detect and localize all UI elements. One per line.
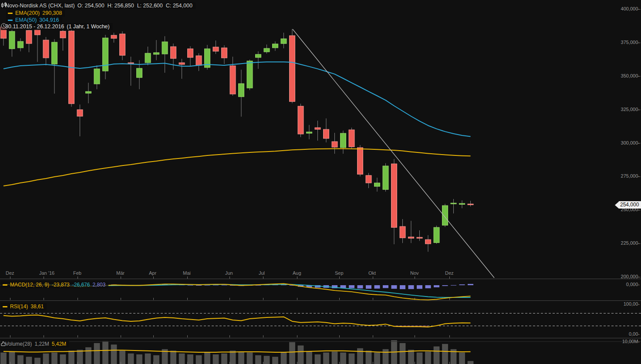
price-axis-label: 275,000- [621, 173, 640, 179]
price-axis-label: 375,000- [621, 40, 640, 45]
x-axis-label: Okt [368, 270, 376, 276]
x-axis-label: Mai [183, 270, 191, 276]
x-axis-label: Dez [445, 270, 454, 276]
candle-down [111, 35, 117, 38]
candle-down [26, 30, 32, 44]
candle-down [366, 175, 371, 183]
x-axis-label: Jun [225, 270, 233, 276]
candle-down [196, 56, 202, 65]
candle-up [137, 68, 142, 78]
candle-up [18, 41, 24, 48]
candle-down [128, 63, 134, 64]
candle-up [154, 53, 159, 54]
trendline [293, 29, 494, 278]
ema50-label: EMA(50) [15, 17, 37, 23]
last-price-tag: 254,000 [615, 201, 641, 209]
candle-up [434, 227, 439, 243]
rsi-line [3, 315, 471, 327]
macd-zero-axis-label: 0,000- [626, 282, 640, 287]
ema50-swatch-icon [8, 20, 13, 21]
candles [1, 24, 474, 252]
rsi-layer [0, 313, 641, 327]
candle-up [374, 183, 380, 186]
period-label: (1 Jahr, 1 Woche) [67, 24, 109, 30]
ema50-value: 304,916 [39, 17, 59, 23]
candle-up [239, 84, 244, 97]
ema50-legend[interactable]: EMA(50) 304,916 [6, 17, 62, 24]
price-axis-label: 200,000- [621, 274, 640, 279]
candle-down [222, 48, 227, 58]
volume-legend[interactable]: Volume(28) 1,22M 5,42M [1, 340, 69, 347]
candle-down [324, 129, 329, 138]
instrument-header[interactable]: Novo-Nordisk AS (CHX, last) O: 254,500 H… [1, 2, 196, 9]
price-chart-canvas[interactable] [0, 0, 641, 364]
ema200-line [3, 148, 471, 186]
candle-up [307, 132, 312, 133]
candle-up [94, 69, 100, 84]
candle-down [400, 226, 405, 238]
price-axis-label: 325,000- [621, 107, 640, 112]
candle-down [188, 49, 193, 57]
candle-up [256, 54, 261, 57]
candle-up [264, 48, 270, 52]
candle-down [408, 237, 414, 238]
ohlc-readout: O: 254,500 H: 256,850 L: 252,600 C: 254,… [78, 3, 192, 9]
candle-down [230, 66, 236, 94]
panel-dividers [0, 279, 641, 342]
rsi-0-axis-label: 0,00- [629, 331, 640, 337]
candle-up [247, 61, 253, 88]
candle-down [60, 31, 66, 38]
ema200-legend[interactable]: EMA(200) 290,308 [6, 10, 65, 17]
candle-up [281, 39, 287, 44]
date-range-row[interactable]: 30.11.2015 - 26.12.2016 (1 Jahr, 1 Woche… [1, 23, 113, 30]
macd-legend[interactable]: MACD(12, 26, 9) -23,873 -26,676 2,803 [1, 281, 108, 288]
x-axis-label: Sep [335, 270, 344, 276]
price-axis-label: 300,000- [621, 140, 640, 145]
macd-value: -23,873 [52, 282, 70, 288]
candle-down [358, 148, 363, 174]
candle-up [273, 44, 278, 48]
candle-down [425, 239, 431, 244]
volume-label: Volume(28) [5, 341, 32, 347]
x-axis-label: Feb [73, 270, 81, 276]
candle-down [77, 110, 83, 116]
candle-down [290, 36, 295, 101]
candle-down [468, 204, 473, 205]
candle-down [171, 47, 176, 58]
candle-up [451, 203, 456, 204]
rsi-legend[interactable]: RSI(14) 38,61 [1, 303, 47, 310]
candle-up [341, 133, 346, 148]
price-axis-label: 350,000- [621, 73, 640, 78]
x-axis-label: Jul [259, 270, 265, 276]
x-axis-label: Dez [6, 270, 14, 276]
x-axis-label: Apr [149, 270, 156, 276]
candle-up [103, 38, 108, 71]
candle-down [179, 63, 185, 64]
trendline-layer [293, 29, 494, 278]
candle-up [9, 31, 15, 49]
candle-down [213, 47, 219, 51]
candle-up [459, 203, 465, 204]
rsi-100-axis-label: 100,00- [624, 301, 640, 307]
x-axis-label: Aug [293, 270, 301, 276]
candle-down [349, 130, 354, 147]
volume-10m-axis-label: 10,00M- [622, 339, 640, 344]
price-tag-arrow-icon [615, 202, 619, 209]
price-tag-value: 254,000 [619, 201, 641, 209]
rsi-swatch-icon [3, 306, 7, 307]
candle-down [120, 34, 125, 55]
price-axis-label: 400,000- [621, 6, 640, 11]
x-axis-label: Mär [116, 270, 125, 276]
candle-down [35, 30, 40, 35]
date-range: 30.11.2015 - 26.12.2016 [5, 24, 64, 30]
rsi-label: RSI(14) [10, 303, 28, 310]
candle-up [86, 91, 91, 93]
candle-up [162, 42, 168, 54]
candle-up [442, 206, 448, 225]
volume-last-value: 1,22M [34, 341, 49, 347]
rsi-value: 38,61 [30, 303, 44, 310]
candle-down [332, 142, 337, 147]
candle-down [43, 40, 49, 58]
chart-stage[interactable]: Novo-Nordisk AS (CHX, last) O: 254,500 H… [0, 0, 641, 364]
candle-down [391, 164, 397, 227]
